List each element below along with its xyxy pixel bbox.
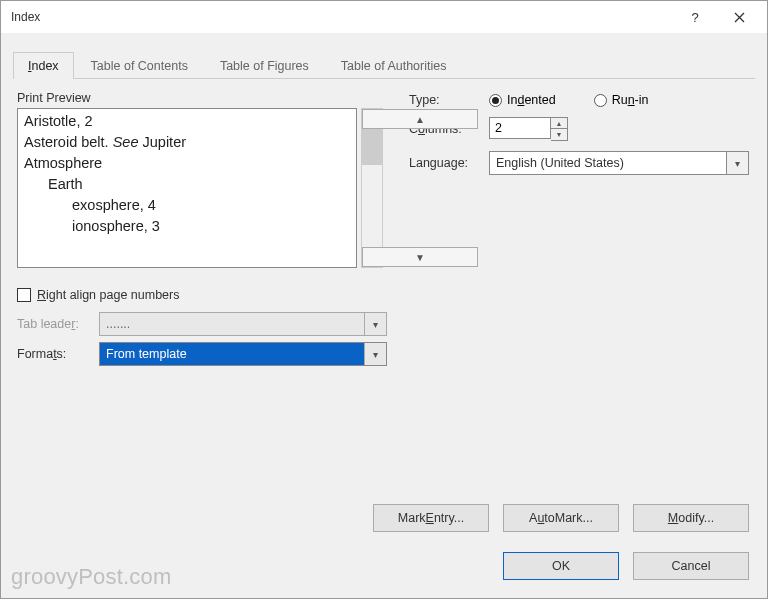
indented-radio[interactable]	[489, 94, 502, 107]
right-align-checkbox[interactable]	[17, 288, 31, 302]
spin-up-icon[interactable]: ▲	[551, 118, 567, 129]
runin-radio[interactable]	[594, 94, 607, 107]
scroll-thumb[interactable]	[362, 129, 382, 165]
right-align-checkbox-row[interactable]: Right align page numbers	[17, 288, 387, 302]
runin-radio-label[interactable]: Run-in	[612, 93, 649, 107]
formats-row: Formats: From template ▾	[17, 342, 387, 366]
formats-combo[interactable]: From template ▾	[99, 342, 387, 366]
automark-button[interactable]: AutoMark...	[503, 504, 619, 532]
mark-entry-button[interactable]: Mark Entry...	[373, 504, 489, 532]
chevron-down-icon[interactable]: ▾	[726, 152, 748, 174]
tab-leader-label: Tab leader:	[17, 317, 89, 331]
right-align-label: Right align page numbers	[37, 288, 179, 302]
language-label: Language:	[409, 156, 489, 170]
type-label: Type:	[409, 93, 489, 107]
scroll-up-icon[interactable]: ▲	[362, 109, 478, 129]
preview-line: ionosphere, 3	[24, 216, 350, 237]
preview-line: Aristotle, 2	[24, 111, 350, 132]
indented-radio-label[interactable]: Indented	[507, 93, 556, 107]
scroll-down-icon[interactable]: ▼	[362, 247, 478, 267]
tab-table-of-authorities[interactable]: Table of Authorities	[326, 52, 462, 79]
preview-line: exosphere, 4	[24, 195, 350, 216]
language-combo[interactable]: English (United States) ▾	[489, 151, 749, 175]
close-icon	[734, 12, 745, 23]
print-preview-label: Print Preview	[17, 91, 387, 105]
spin-down-icon[interactable]: ▼	[551, 129, 567, 140]
help-button[interactable]: ?	[673, 3, 717, 31]
tab-index[interactable]: Index	[13, 52, 74, 79]
ok-button[interactable]: OK	[503, 552, 619, 580]
modify-button[interactable]: Modify...	[633, 504, 749, 532]
cancel-button[interactable]: Cancel	[633, 552, 749, 580]
dialog-title: Index	[11, 10, 673, 24]
dialog-body: Index Table of Contents Table of Figures…	[1, 33, 767, 598]
tab-table-of-contents[interactable]: Table of Contents	[76, 52, 203, 79]
print-preview-box: Aristotle, 2 Asteroid belt. See Jupiter …	[17, 108, 357, 268]
tabstrip: Index Table of Contents Table of Figures…	[13, 51, 755, 79]
tab-table-of-figures[interactable]: Table of Figures	[205, 52, 324, 79]
columns-spinner[interactable]: ▲ ▼	[551, 117, 568, 141]
preview-line: Atmosphere	[24, 153, 350, 174]
close-button[interactable]	[717, 3, 761, 31]
tab-leader-row: Tab leader: ....... ▾	[17, 312, 387, 336]
tab-leader-combo: ....... ▾	[99, 312, 387, 336]
type-row: Type: Indented Run-in	[409, 93, 751, 107]
scroll-track[interactable]	[362, 129, 382, 247]
columns-input[interactable]: 2	[489, 117, 551, 139]
action-button-row: Mark Entry... AutoMark... Modify...	[373, 504, 749, 532]
preview-line: Earth	[24, 174, 350, 195]
chevron-down-icon: ▾	[364, 313, 386, 335]
watermark: groovyPost.com	[11, 564, 172, 590]
formats-label: Formats:	[17, 347, 89, 361]
dialog-button-row: OK Cancel	[503, 552, 749, 580]
titlebar: Index ?	[1, 1, 767, 33]
chevron-down-icon[interactable]: ▾	[364, 343, 386, 365]
preview-scrollbar[interactable]: ▲ ▼	[361, 108, 383, 268]
preview-line: Asteroid belt. See Jupiter	[24, 132, 350, 153]
index-dialog: Index ? Index Table of Contents Table of…	[0, 0, 768, 599]
language-row: Language: English (United States) ▾	[409, 151, 751, 175]
